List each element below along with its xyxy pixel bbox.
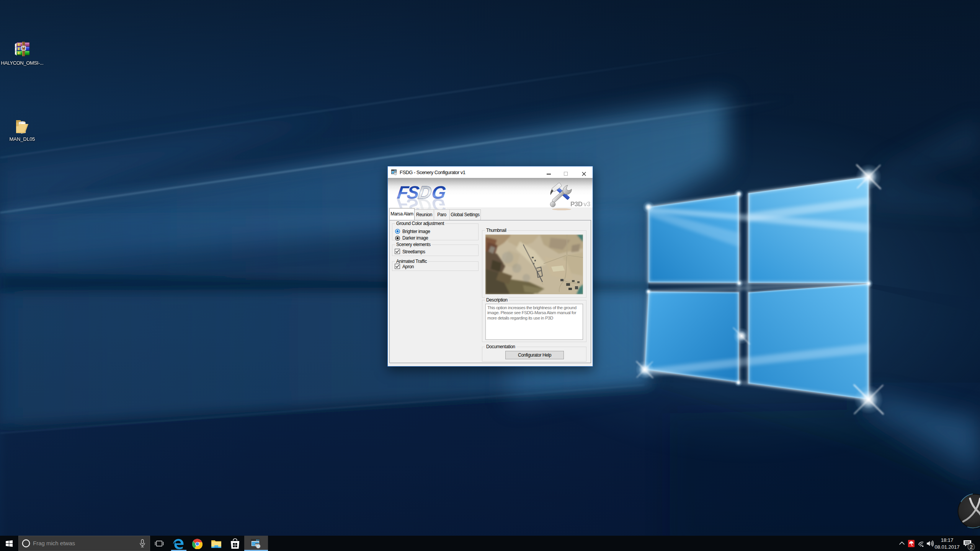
svg-text:v3: v3 bbox=[583, 201, 590, 208]
svg-text:P3D: P3D bbox=[570, 201, 583, 208]
svg-text:2: 2 bbox=[970, 544, 972, 550]
